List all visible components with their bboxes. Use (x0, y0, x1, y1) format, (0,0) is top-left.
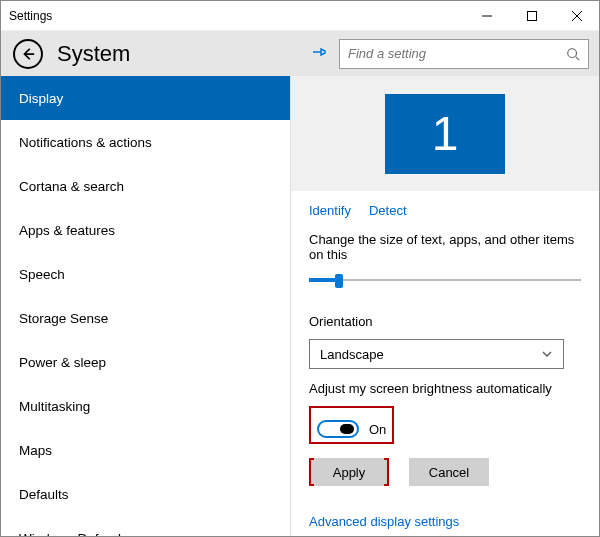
content-pane: 1 Identify Detect Change the size of tex… (291, 76, 599, 537)
sidebar-item-label: Cortana & search (19, 179, 124, 194)
sidebar-item-defaults[interactable]: Defaults (1, 472, 290, 516)
sidebar-item-display[interactable]: Display (1, 76, 290, 120)
sidebar-item-apps[interactable]: Apps & features (1, 208, 290, 252)
sidebar-item-multitasking[interactable]: Multitasking (1, 384, 290, 428)
slider-track (309, 279, 581, 281)
sidebar: Display Notifications & actions Cortana … (1, 76, 291, 537)
sidebar-item-cortana[interactable]: Cortana & search (1, 164, 290, 208)
search-icon (566, 47, 580, 61)
apply-label: Apply (333, 465, 366, 480)
sidebar-item-label: Power & sleep (19, 355, 106, 370)
header-right (311, 39, 589, 69)
apply-button[interactable]: Apply (314, 458, 384, 486)
sidebar-item-notifications[interactable]: Notifications & actions (1, 120, 290, 164)
window-controls (464, 1, 599, 30)
sidebar-item-label: Notifications & actions (19, 135, 152, 150)
scale-label: Change the size of text, apps, and other… (309, 232, 581, 262)
identify-link[interactable]: Identify (309, 203, 351, 218)
sidebar-item-label: Apps & features (19, 223, 115, 238)
dropdown-value: Landscape (320, 347, 384, 362)
svg-point-4 (568, 48, 577, 57)
orientation-dropdown[interactable]: Landscape (309, 339, 564, 369)
sidebar-item-label: Maps (19, 443, 52, 458)
window-title: Settings (9, 9, 52, 23)
brightness-label: Adjust my screen brightness automaticall… (309, 381, 581, 396)
maximize-button[interactable] (509, 1, 554, 31)
pin-icon[interactable] (311, 44, 327, 63)
detect-link[interactable]: Detect (369, 203, 407, 218)
scale-section: Change the size of text, apps, and other… (291, 232, 599, 314)
slider-fill (309, 278, 337, 282)
brightness-toggle[interactable] (317, 420, 359, 438)
page-title: System (57, 41, 130, 67)
highlight-apply: Apply (309, 458, 389, 486)
sidebar-item-label: Windows Defender (19, 531, 133, 538)
sidebar-item-label: Storage Sense (19, 311, 108, 326)
orientation-label: Orientation (309, 314, 581, 329)
monitor-diagram-area: 1 (291, 76, 599, 191)
monitor-links: Identify Detect (291, 197, 599, 232)
sidebar-item-label: Display (19, 91, 63, 106)
minimize-button[interactable] (464, 1, 509, 31)
sidebar-item-label: Defaults (19, 487, 69, 502)
cancel-label: Cancel (429, 465, 469, 480)
search-input[interactable] (348, 46, 558, 61)
sidebar-item-label: Speech (19, 267, 65, 282)
sidebar-item-storage[interactable]: Storage Sense (1, 296, 290, 340)
highlight-brightness-toggle: On (309, 406, 394, 444)
close-button[interactable] (554, 1, 599, 31)
cancel-button[interactable]: Cancel (409, 458, 489, 486)
sidebar-item-label: Multitasking (19, 399, 90, 414)
sidebar-item-speech[interactable]: Speech (1, 252, 290, 296)
title-bar: Settings (1, 1, 599, 31)
sidebar-item-defender[interactable]: Windows Defender (1, 516, 290, 537)
header-left: System (13, 39, 130, 69)
orientation-section: Orientation Landscape (291, 314, 599, 381)
advanced-display-settings-link[interactable]: Advanced display settings (291, 514, 599, 529)
body: Display Notifications & actions Cortana … (1, 76, 599, 537)
sidebar-item-power[interactable]: Power & sleep (1, 340, 290, 384)
brightness-section: Adjust my screen brightness automaticall… (291, 381, 599, 498)
sidebar-item-maps[interactable]: Maps (1, 428, 290, 472)
monitor-number: 1 (432, 106, 459, 161)
search-box[interactable] (339, 39, 589, 69)
svg-rect-1 (527, 12, 536, 21)
brightness-toggle-row: On (317, 420, 386, 438)
back-arrow-icon (21, 47, 35, 61)
chevron-down-icon (541, 348, 553, 360)
monitor-1[interactable]: 1 (385, 94, 505, 174)
button-row: Apply Cancel (309, 458, 581, 486)
back-button[interactable] (13, 39, 43, 69)
slider-thumb[interactable] (335, 274, 343, 288)
brightness-toggle-state: On (369, 422, 386, 437)
scale-slider[interactable] (309, 272, 581, 288)
page-header: System (1, 31, 599, 76)
svg-line-5 (576, 56, 580, 60)
